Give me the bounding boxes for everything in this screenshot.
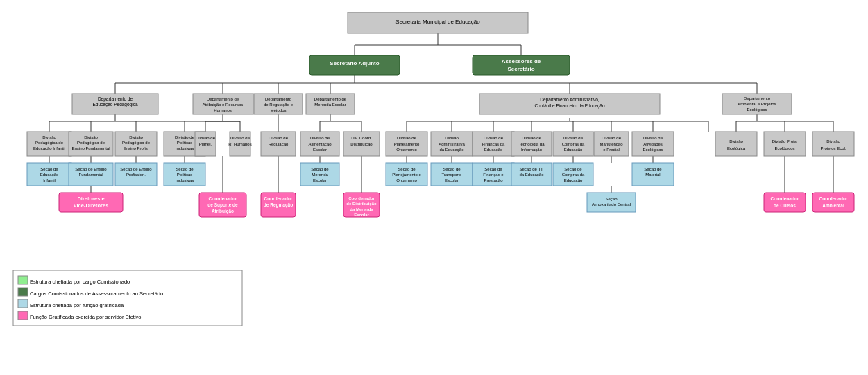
- svg-text:Inclusivas: Inclusivas: [175, 146, 193, 150]
- svg-text:Divisão de: Divisão de: [643, 136, 663, 140]
- svg-text:Escolar: Escolar: [312, 148, 326, 152]
- svg-text:Seção de: Seção de: [484, 167, 502, 171]
- svg-rect-226: [18, 288, 28, 296]
- svg-text:Estrutura chefiada por cargo C: Estrutura chefiada por cargo Comissionad…: [30, 279, 130, 285]
- svg-text:Divisão de: Divisão de: [195, 136, 215, 140]
- svg-text:Escolar: Escolar: [444, 178, 458, 182]
- svg-text:Educação Pedagógica: Educação Pedagógica: [92, 102, 137, 107]
- svg-text:Almoxarifado Central: Almoxarifado Central: [591, 202, 630, 207]
- svg-text:Ensino Fundamental: Ensino Fundamental: [71, 146, 110, 150]
- svg-text:Distribuição: Distribuição: [350, 142, 373, 146]
- svg-rect-156: [812, 132, 854, 156]
- svg-rect-224: [18, 276, 28, 284]
- svg-text:Atribuição: Atribuição: [211, 209, 233, 214]
- svg-text:de Cursos: de Cursos: [774, 203, 796, 208]
- svg-text:Divisão: Divisão: [84, 135, 98, 139]
- svg-text:Departamento de: Departamento de: [97, 96, 133, 102]
- svg-text:Métodos: Métodos: [270, 108, 286, 112]
- svg-text:Divisão Projs.: Divisão Projs.: [772, 139, 797, 143]
- svg-text:Coordenador: Coordenador: [264, 196, 292, 201]
- svg-text:Seção de Ensino: Seção de Ensino: [75, 167, 107, 171]
- svg-text:Merenda Escolar: Merenda Escolar: [314, 103, 346, 107]
- svg-text:da Educação: da Educação: [519, 173, 544, 177]
- svg-text:Departamento de: Departamento de: [206, 97, 239, 101]
- svg-text:Compras da: Compras da: [561, 173, 584, 177]
- svg-text:Coordenador: Coordenador: [770, 196, 799, 201]
- svg-text:Ecológica: Ecológica: [726, 146, 745, 150]
- svg-text:Divisão de: Divisão de: [601, 136, 621, 140]
- svg-text:Pedagógica de: Pedagógica de: [121, 141, 150, 145]
- svg-text:Políticas: Políticas: [176, 141, 192, 145]
- svg-text:Departamento de: Departamento de: [314, 97, 346, 101]
- svg-text:Planejamento e: Planejamento e: [392, 173, 421, 177]
- svg-text:Seção de: Seção de: [311, 167, 329, 171]
- svg-text:Planej.: Planej.: [198, 142, 212, 146]
- svg-text:Departamento: Departamento: [743, 96, 770, 101]
- svg-text:Atividades: Atividades: [643, 142, 663, 146]
- svg-rect-153: [764, 132, 806, 156]
- svg-text:de Suporte de: de Suporte de: [207, 202, 238, 208]
- svg-text:Ecológicas: Ecológicas: [643, 148, 663, 152]
- svg-text:Transporte: Transporte: [441, 173, 461, 177]
- svg-text:Secretário: Secretário: [507, 66, 534, 72]
- svg-text:Seção: Seção: [605, 197, 618, 201]
- svg-text:da Educação: da Educação: [439, 148, 464, 152]
- svg-text:Pedagógica de: Pedagógica de: [35, 141, 63, 145]
- svg-text:Educação: Educação: [40, 173, 58, 177]
- svg-text:Coordenador: Coordenador: [208, 196, 237, 201]
- svg-text:R. Humanos: R. Humanos: [228, 142, 251, 146]
- svg-text:Profission.: Profission.: [126, 173, 145, 177]
- svg-text:Divisão: Divisão: [42, 135, 56, 139]
- svg-text:Educação: Educação: [563, 178, 582, 182]
- svg-text:Função Gratificada exercida po: Função Gratificada exercida por servidor…: [30, 314, 142, 320]
- svg-text:Políticas: Políticas: [176, 173, 192, 177]
- svg-text:Ambiental: Ambiental: [822, 203, 844, 208]
- svg-text:Orçamento: Orçamento: [396, 148, 417, 152]
- org-chart: Secretaria Municipal de Educação Secretá…: [4, 0, 865, 354]
- svg-text:Regulação: Regulação: [268, 142, 288, 146]
- svg-text:Div. Coord.: Div. Coord.: [351, 136, 372, 140]
- svg-text:Ecológicos: Ecológicos: [774, 146, 794, 150]
- svg-text:Divisão de: Divisão de: [268, 136, 288, 140]
- svg-text:Fundamental: Fundamental: [78, 173, 103, 177]
- svg-text:Assessores de: Assessores de: [501, 58, 541, 64]
- svg-text:Contábil e Financeiro da Educa: Contábil e Financeiro da Educação: [534, 103, 605, 109]
- svg-text:Material: Material: [645, 173, 660, 177]
- svg-text:Divisão de: Divisão de: [174, 135, 194, 139]
- svg-text:Alimentação: Alimentação: [308, 142, 332, 146]
- svg-text:Infantil: Infantil: [43, 178, 56, 182]
- svg-text:Humanos: Humanos: [214, 108, 232, 112]
- svg-rect-228: [18, 299, 28, 308]
- svg-text:Departamento: Departamento: [264, 97, 291, 101]
- svg-text:e Predial: e Predial: [603, 148, 620, 152]
- svg-text:Educação: Educação: [563, 148, 582, 152]
- svg-text:Informação: Informação: [520, 148, 542, 152]
- svg-text:da Merenda: da Merenda: [350, 207, 373, 211]
- svg-text:Divisão de: Divisão de: [563, 136, 583, 140]
- org-chart-svg: Secretaria Municipal de Educação Secretá…: [8, 7, 868, 347]
- svg-text:de Regulação e: de Regulação e: [263, 103, 293, 107]
- svg-text:Estrutura chefiada por função : Estrutura chefiada por função gratificad…: [30, 302, 124, 308]
- svg-text:Seção de: Seção de: [176, 167, 194, 171]
- svg-text:Inclusivas: Inclusivas: [175, 178, 193, 182]
- svg-text:Merenda: Merenda: [312, 173, 328, 177]
- svg-text:Educação Infantil: Educação Infantil: [33, 146, 65, 150]
- svg-text:Escolar: Escolar: [312, 178, 326, 182]
- svg-text:Administrativa: Administrativa: [439, 142, 465, 146]
- svg-text:Coordenador: Coordenador: [348, 196, 375, 200]
- svg-text:de Distribuição: de Distribuição: [346, 202, 377, 206]
- svg-text:Ecológicos: Ecológicos: [747, 107, 767, 112]
- svg-text:Diretores e: Diretores e: [77, 195, 104, 202]
- svg-text:Divisão de: Divisão de: [396, 136, 416, 140]
- svg-text:Departamento Administrativo,: Departamento Administrativo,: [540, 97, 599, 103]
- svg-text:Seção de: Seção de: [40, 167, 58, 171]
- svg-text:Divisão: Divisão: [826, 139, 840, 143]
- svg-text:Pedagógica de: Pedagógica de: [76, 141, 105, 145]
- svg-rect-150: [715, 132, 757, 156]
- svg-text:Divisão de: Divisão de: [483, 136, 503, 140]
- svg-text:de Regulação: de Regulação: [263, 202, 292, 208]
- svg-text:Educação: Educação: [484, 148, 502, 152]
- svg-text:Planejamento: Planejamento: [393, 142, 419, 146]
- svg-text:Tecnologia da: Tecnologia da: [518, 142, 545, 146]
- svg-text:Atribuição e Recursos: Atribuição e Recursos: [202, 103, 243, 107]
